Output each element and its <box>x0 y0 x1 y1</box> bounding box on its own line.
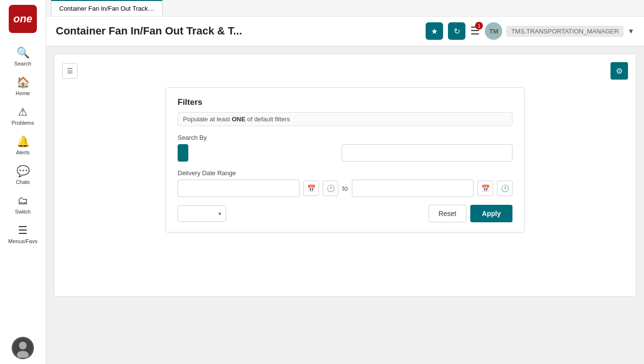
filter-actions-row: Reset Apply <box>178 205 512 222</box>
date-from-clock-button[interactable]: 🕐 <box>323 181 338 196</box>
alerts-icon: 🔔 <box>17 135 30 148</box>
refresh-icon: ↻ <box>454 27 460 36</box>
calendar-icon: 📅 <box>307 184 315 192</box>
tab-container-fan[interactable]: Container Fan In/Fan Out Track & Tr... <box>51 0 163 16</box>
apply-button[interactable]: Apply <box>470 205 512 222</box>
delivery-date-row: 📅 🕐 to 📅 🕐 <box>178 180 512 197</box>
star-button[interactable]: ★ <box>426 22 443 40</box>
problems-icon: ⚠ <box>18 106 28 118</box>
search-by-group: Search By <box>178 134 512 162</box>
extra-dropdown-wrapper <box>178 205 226 222</box>
notification-badge: 1 <box>475 22 483 30</box>
filter-btn-group: Reset Apply <box>429 205 512 222</box>
date-to-input[interactable] <box>352 180 474 197</box>
sidebar: one 🔍 Search 🏠 Home ⚠ Problems 🔔 Alerts … <box>0 0 46 364</box>
search-by-value-input[interactable] <box>342 144 512 162</box>
filters-note: Populate at least ONE of default filters <box>178 112 512 126</box>
clock-icon-2: 🕐 <box>501 184 509 192</box>
refresh-button[interactable]: ↻ <box>448 22 465 40</box>
filters-title: Filters <box>178 98 512 107</box>
topbar: Container Fan In/Fan Out Track & Tr... C… <box>46 0 644 46</box>
list-icon: ☰ <box>67 67 73 75</box>
sidebar-item-chats[interactable]: 💬 Chats <box>0 160 46 190</box>
chats-icon: 💬 <box>17 165 30 178</box>
page-content: ☰ ⚙ Filters Populate at least ONE of def… <box>46 46 644 364</box>
date-to-clock-button[interactable]: 🕐 <box>497 181 512 196</box>
calendar-icon-2: 📅 <box>481 184 490 192</box>
switch-icon: 🗂 <box>17 195 28 207</box>
search-by-label: Search By <box>178 134 512 141</box>
notification-area[interactable]: ☰ 1 <box>470 25 480 37</box>
sidebar-item-alerts[interactable]: 🔔 Alerts <box>0 131 46 160</box>
sidebar-item-home[interactable]: 🏠 Home <box>0 71 46 101</box>
sidebar-label-search: Search <box>15 61 32 66</box>
tab-bar: Container Fan In/Fan Out Track & Tr... <box>46 0 644 17</box>
logo-text: one <box>13 13 32 25</box>
filters-note-bold: ONE <box>231 116 245 123</box>
date-from-calendar-button[interactable]: 📅 <box>303 181 319 196</box>
delivery-date-group: Delivery Date Range 📅 🕐 to 📅 <box>178 169 512 197</box>
extra-dropdown[interactable] <box>178 205 226 222</box>
page-title: Container Fan In/Fan Out Track & T... <box>56 25 242 37</box>
filters-panel: Filters Populate at least ONE of default… <box>165 87 525 232</box>
date-to-calendar-button[interactable]: 📅 <box>478 181 493 196</box>
sidebar-label-chats: Chats <box>16 179 30 185</box>
sidebar-item-menus[interactable]: ☰ Menus/Favs <box>0 219 46 249</box>
svg-point-1 <box>19 342 27 349</box>
sidebar-label-switch: Switch <box>15 209 31 215</box>
date-from-input[interactable] <box>178 180 299 197</box>
clock-icon: 🕐 <box>327 184 335 192</box>
app-logo[interactable]: one <box>9 5 37 33</box>
home-icon: 🏠 <box>17 76 30 89</box>
sidebar-item-search[interactable]: 🔍 Search <box>0 42 46 71</box>
user-area[interactable]: TM TMS.TRANSPORTATION_MANAGER ▼ <box>485 22 634 40</box>
menus-icon: ☰ <box>18 224 28 237</box>
delivery-date-label: Delivery Date Range <box>178 169 512 177</box>
star-icon: ★ <box>431 27 438 36</box>
to-label: to <box>342 184 348 192</box>
sidebar-label-alerts: Alerts <box>16 149 30 155</box>
sidebar-label-menus: Menus/Favs <box>8 238 37 244</box>
sidebar-item-switch[interactable]: 🗂 Switch <box>0 190 46 219</box>
filter-settings-icon: ⚙ <box>616 66 623 76</box>
list-view-button[interactable]: ☰ <box>62 63 78 79</box>
search-by-row <box>178 144 512 162</box>
content-card: ☰ ⚙ Filters Populate at least ONE of def… <box>54 54 636 297</box>
reset-button[interactable]: Reset <box>429 205 467 222</box>
user-avatar[interactable] <box>12 337 34 359</box>
filters-note-prefix: Populate at least <box>183 116 231 123</box>
user-initials: TM <box>485 22 502 40</box>
filters-note-suffix: of default filters <box>246 116 290 123</box>
header-bar: Container Fan In/Fan Out Track & T... ★ … <box>46 17 644 46</box>
sidebar-item-problems[interactable]: ⚠ Problems <box>0 101 46 131</box>
toolbar-row: ☰ ⚙ <box>62 62 628 80</box>
sidebar-label-home: Home <box>16 90 30 96</box>
search-icon: 🔍 <box>17 47 30 59</box>
user-dropdown-arrow: ▼ <box>627 27 634 35</box>
search-by-select[interactable] <box>178 144 188 162</box>
search-by-select-wrapper <box>178 144 338 162</box>
user-name-label: TMS.TRANSPORTATION_MANAGER <box>506 26 624 37</box>
filter-settings-button[interactable]: ⚙ <box>611 62 628 80</box>
sidebar-label-problems: Problems <box>12 120 34 126</box>
sidebar-bottom <box>12 337 34 359</box>
main-content: Container Fan In/Fan Out Track & Tr... C… <box>46 0 644 364</box>
header-actions: ★ ↻ ☰ 1 TM TMS.TRANSPORTATION_MANAGER ▼ <box>426 22 634 40</box>
